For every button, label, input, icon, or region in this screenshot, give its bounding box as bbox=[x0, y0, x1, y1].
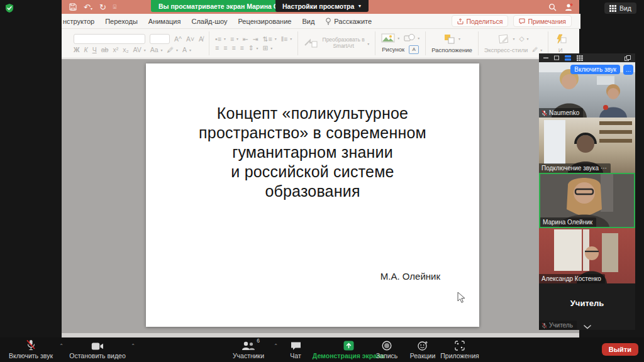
arrange-group: ▾ Расположение bbox=[426, 29, 478, 58]
slide-title: Концепт «поликультурное пространство» в … bbox=[146, 104, 479, 201]
strip-view-icon[interactable] bbox=[565, 55, 571, 61]
participant-video-uchitel[interactable]: Учитель Учитель bbox=[539, 283, 635, 330]
stop-video-button[interactable]: Остановить видео ⌃ bbox=[66, 339, 129, 359]
tab-animation[interactable]: Анимация bbox=[148, 18, 181, 25]
tab-view[interactable]: Вид bbox=[302, 18, 314, 25]
paragraph-group: •≡▾ ≡▾ ⇤ ⇥ ⇅≡▾ ‖≡▾ ≡ ≡ ≡ ≡ ⇕▾ ⊞▾ bbox=[209, 29, 297, 58]
align-center-button[interactable]: ≡ bbox=[223, 45, 227, 52]
superscript-button[interactable]: x² bbox=[113, 47, 118, 53]
more-options-button[interactable]: … bbox=[623, 65, 633, 75]
columns-button[interactable]: ‖≡ bbox=[281, 36, 287, 43]
participants-button[interactable]: 6 Участники ⌃ bbox=[228, 339, 269, 359]
highlight-button[interactable]: 🖉 bbox=[167, 47, 174, 53]
underline-button[interactable]: Ч bbox=[92, 47, 97, 53]
tab-constructor[interactable]: нструктор bbox=[63, 18, 94, 25]
camera-icon bbox=[91, 339, 104, 351]
clear-format-icon[interactable]: A̸ bbox=[199, 36, 203, 43]
participant-video-connecting[interactable]: Подключение звука ··· bbox=[539, 118, 635, 173]
font-size-select[interactable] bbox=[150, 34, 170, 44]
redo-icon[interactable]: ↻ bbox=[99, 3, 106, 11]
picture-icon[interactable] bbox=[381, 33, 395, 43]
line-spacing-button[interactable]: ⇅≡ bbox=[263, 36, 272, 43]
view-settings-dropdown[interactable]: Настройки просмотра ▼ bbox=[275, 0, 369, 12]
chat-button[interactable]: Чат bbox=[282, 339, 309, 359]
arrange-icon[interactable] bbox=[443, 33, 456, 44]
tab-tellme[interactable]: Расскажите bbox=[325, 18, 372, 25]
shape-fill-icon[interactable]: ◇ bbox=[519, 35, 524, 42]
smartart-icon bbox=[304, 38, 318, 48]
indent-button[interactable]: ⇥ bbox=[253, 36, 258, 43]
muted-mic-icon bbox=[26, 339, 36, 351]
numbering-button[interactable]: ≡ bbox=[230, 36, 234, 43]
animation-icon[interactable] bbox=[554, 34, 567, 44]
shapes-icon[interactable] bbox=[404, 33, 415, 42]
lightbulb-icon bbox=[325, 18, 331, 25]
justify-button[interactable]: ≡ bbox=[240, 45, 244, 52]
participant-name-label: Подключение звука ··· bbox=[539, 163, 611, 173]
small-view-icon[interactable] bbox=[554, 55, 559, 60]
participant-video-marina-oleynik[interactable]: Марина Олейник bbox=[539, 173, 635, 228]
quick-access-menu-icon[interactable]: ⍗ bbox=[113, 4, 116, 10]
picture-group: ▾ ▾ Рисунок A bbox=[375, 29, 425, 58]
text-direction-button[interactable]: ⇕ bbox=[248, 45, 254, 52]
change-case-button[interactable]: Aa bbox=[150, 47, 158, 53]
powerpoint-window: ↶▾ ↻ ⍗ нструктор Переходы Анимация Слайд… bbox=[62, 0, 579, 337]
participant-video-naumenko[interactable]: Включить звук … Naumenko bbox=[539, 62, 635, 118]
unmute-request-button[interactable]: Включить звук bbox=[570, 65, 620, 74]
font-name-select[interactable] bbox=[74, 34, 145, 44]
slide-canvas[interactable]: Концепт «поликультурное пространство» в … bbox=[146, 63, 479, 327]
zoom-meeting-window: ↶▾ ↻ ⍗ нструктор Переходы Анимация Слайд… bbox=[0, 0, 644, 362]
account-icon[interactable] bbox=[564, 3, 573, 11]
shape-outline-icon[interactable]: 🖉 bbox=[532, 47, 538, 53]
comments-button[interactable]: Примечания bbox=[513, 15, 572, 27]
bold-button[interactable]: Ж bbox=[74, 47, 80, 53]
subscript-button[interactable]: x₂ bbox=[123, 47, 128, 53]
char-spacing-button[interactable]: AV bbox=[133, 47, 141, 53]
reactions-icon bbox=[418, 339, 428, 351]
chevron-up-icon[interactable]: ⌃ bbox=[59, 343, 64, 349]
search-icon[interactable] bbox=[548, 3, 557, 11]
textbox-icon[interactable]: A bbox=[409, 45, 419, 54]
quick-styles-label: Экспресс-стили bbox=[484, 47, 528, 53]
scroll-more-participants[interactable] bbox=[539, 324, 635, 329]
chevron-up-icon[interactable]: ⌃ bbox=[131, 343, 135, 349]
participant-name-label: Naumenko bbox=[539, 108, 583, 118]
participants-count-badge: 6 bbox=[257, 337, 260, 344]
participants-icon: 6 bbox=[242, 339, 255, 351]
share-button[interactable]: Поделиться bbox=[452, 15, 508, 27]
apps-button[interactable]: Приложения bbox=[440, 339, 479, 359]
mute-button[interactable]: Включить звук ⌃ bbox=[3, 339, 58, 359]
encryption-shield-icon bbox=[4, 3, 14, 13]
minimize-icon[interactable] bbox=[543, 55, 548, 60]
view-button[interactable]: Вид bbox=[604, 3, 636, 14]
grow-font-icon[interactable]: A^ bbox=[174, 36, 182, 43]
record-button[interactable]: Запись bbox=[372, 339, 401, 359]
tab-review[interactable]: Рецензирование bbox=[238, 18, 291, 25]
outdent-button[interactable]: ⇤ bbox=[243, 36, 248, 43]
smartart-group[interactable]: Преобразовать в SmartArt ▾ bbox=[298, 29, 375, 58]
tab-slideshow[interactable]: Слайд-шоу bbox=[191, 18, 227, 25]
popout-icon[interactable] bbox=[625, 55, 631, 61]
ribbon-tabs: нструктор Переходы Анимация Слайд-шоу Ре… bbox=[62, 14, 580, 29]
tab-transitions[interactable]: Переходы bbox=[105, 18, 138, 25]
chevron-down-icon: ▼ bbox=[357, 4, 362, 8]
participant-video-alexandr-kostenko[interactable]: Александр Костенко bbox=[539, 228, 635, 283]
italic-button[interactable]: К bbox=[84, 47, 88, 53]
bullets-button[interactable]: •≡ bbox=[215, 36, 221, 43]
font-color-button[interactable]: A bbox=[182, 47, 187, 53]
save-icon[interactable] bbox=[69, 3, 77, 11]
chevron-up-icon[interactable]: ⌃ bbox=[274, 343, 278, 349]
strikethrough-button[interactable]: ab bbox=[101, 47, 109, 53]
slide-author: М.А. Олейник bbox=[380, 271, 440, 282]
comment-icon bbox=[519, 18, 525, 25]
undo-icon[interactable]: ↶▾ bbox=[84, 3, 92, 11]
table-button[interactable]: ⊞ bbox=[262, 45, 268, 52]
align-left-button[interactable]: ≡ bbox=[215, 45, 219, 52]
leave-meeting-button[interactable]: Выйти bbox=[602, 343, 638, 356]
gallery-view-icon[interactable] bbox=[577, 55, 583, 61]
reactions-button[interactable]: Реакции bbox=[406, 339, 439, 359]
slide-workspace: Концепт «поликультурное пространство» в … bbox=[62, 59, 579, 333]
shrink-font-icon[interactable]: A˅ bbox=[186, 36, 194, 43]
quick-styles-icon[interactable] bbox=[497, 34, 510, 44]
align-right-button[interactable]: ≡ bbox=[231, 45, 235, 52]
